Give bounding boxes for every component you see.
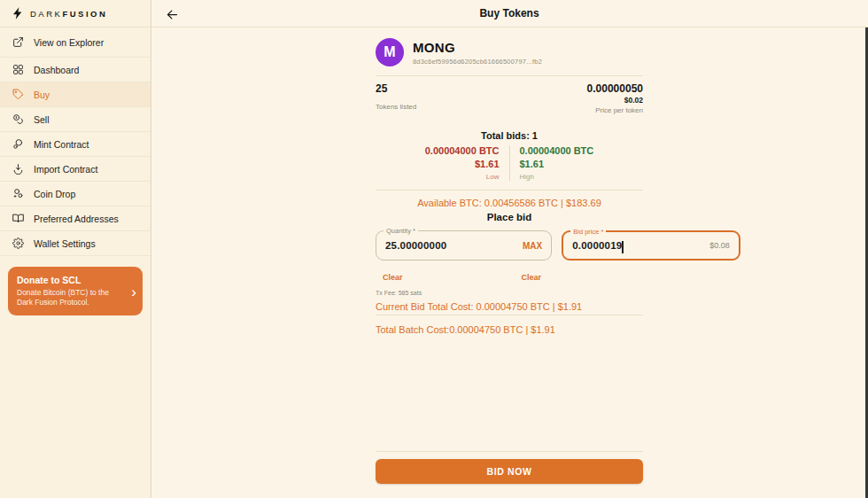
- bid-action-area: BID NOW: [376, 451, 643, 484]
- buy-tokens-panel: M MONG 8d3c6ef59956d6205cb61666500797...…: [376, 27, 643, 498]
- sidebar-item-sell[interactable]: Sell: [0, 107, 151, 132]
- token-header: M MONG 8d3c6ef59956d6205cb61666500797...…: [376, 38, 643, 66]
- total-batch-cost: Total Batch Cost:0.00004750 BTC | $1.91: [376, 324, 643, 335]
- clear-links-row: Clear Clear: [376, 268, 643, 284]
- low-bid-btc: 0.00004000 BTC: [425, 145, 500, 156]
- sidebar-item-label: Buy: [34, 89, 50, 100]
- low-bid-label: Low: [425, 173, 500, 181]
- high-bid-usd: $1.61: [520, 159, 594, 169]
- app-window: DARKFUSION Buy Tokens View on Explorer D…: [0, 0, 868, 498]
- bid-price-usd-value: $0.08: [709, 241, 730, 250]
- donate-body: Donate Bitcoin (BTC) to the Dark Fusion …: [17, 288, 123, 307]
- quantity-field-wrapper: Quantity * MAX: [376, 230, 552, 261]
- high-bid-btc: 0.00004000 BTC: [520, 145, 594, 156]
- max-button[interactable]: MAX: [523, 241, 542, 251]
- low-bid-column: 0.00004000 BTC $1.61 Low: [415, 145, 510, 181]
- sidebar-item-buy[interactable]: Buy: [0, 82, 151, 107]
- bid-now-button[interactable]: BID NOW: [376, 459, 643, 484]
- bid-price-field-wrapper: Bid price * $0.08: [562, 230, 740, 261]
- token-contract-id: 8d3c6ef59956d6205cb61666500797...fb2: [413, 58, 542, 66]
- bid-price-input[interactable]: [572, 240, 709, 251]
- donate-title: Donate to SCL: [17, 275, 123, 285]
- page-header: Buy Tokens: [151, 0, 868, 27]
- quantity-clear-button[interactable]: Clear: [383, 273, 403, 282]
- bid-form-fields: Quantity * MAX Bid price * $0.08: [376, 230, 643, 261]
- external-link-icon: [12, 35, 25, 49]
- divider: [376, 190, 643, 191]
- download-icon: [12, 162, 25, 175]
- sidebar-item-import-contract[interactable]: Import Contract: [0, 157, 151, 182]
- bid-price-clear-wrapper: Clear: [515, 268, 644, 284]
- coins-icon: [12, 113, 25, 126]
- donate-card[interactable]: Donate to SCL Donate Bitcoin (BTC) to th…: [8, 267, 143, 315]
- sidebar: View on Explorer Dashboard Buy Sell Mint…: [0, 27, 151, 498]
- bid-price-field-label: Bid price *: [570, 228, 606, 236]
- sidebar-item-label: View on Explorer: [34, 37, 104, 48]
- tokens-listed-label: Tokens listed: [376, 103, 416, 111]
- quantity-input[interactable]: [385, 240, 523, 251]
- lightning-bolt-icon: [11, 6, 25, 20]
- token-stats: 25 Tokens listed 0.00000050 $0.02 Price …: [376, 82, 643, 114]
- sidebar-item-coin-drop[interactable]: Coin Drop: [0, 182, 151, 206]
- quantity-clear-wrapper: Clear: [376, 268, 505, 284]
- dashboard-grid-icon: [12, 63, 25, 76]
- brand-word-dark: DARK: [30, 9, 62, 19]
- bid-price-clear-button[interactable]: Clear: [522, 273, 542, 282]
- place-bid-title: Place bid: [376, 212, 643, 222]
- price-per-token-label: Price per token: [587, 106, 643, 114]
- high-bid-column: 0.00004000 BTC $1.61 High: [510, 145, 604, 181]
- text-cursor: [622, 241, 624, 253]
- sidebar-item-label: Preferred Addresses: [34, 214, 119, 224]
- price-btc-value: 0.00000050: [587, 82, 643, 95]
- page-title: Buy Tokens: [479, 7, 539, 19]
- brand-word-fusion: FUSION: [62, 9, 107, 19]
- mint-coin-icon: [12, 137, 25, 151]
- price-usd-value: $0.02: [587, 96, 643, 105]
- top-bar: DARKFUSION Buy Tokens: [0, 0, 868, 27]
- available-btc-line: Available BTC: 0.00456586 BTC | $183.69: [376, 198, 643, 208]
- price-tag-icon: [12, 88, 25, 101]
- coin-drop-icon: [12, 187, 25, 200]
- tokens-listed-value: 25: [376, 82, 416, 95]
- sidebar-item-wallet-settings[interactable]: Wallet Settings: [0, 231, 151, 256]
- sidebar-item-preferred-addresses[interactable]: Preferred Addresses: [0, 206, 151, 231]
- tokens-listed-stat: 25 Tokens listed: [376, 82, 416, 114]
- chevron-right-icon: ›: [131, 284, 136, 299]
- sidebar-item-view-on-explorer[interactable]: View on Explorer: [0, 27, 151, 58]
- total-bids-title: Total bids: 1: [376, 130, 643, 141]
- tx-fee-label: Tx Fee: 585 sats: [376, 290, 643, 296]
- sidebar-item-dashboard[interactable]: Dashboard: [0, 58, 151, 82]
- quantity-field-label: Quantity *: [384, 227, 418, 235]
- price-per-token-stat: 0.00000050 $0.02 Price per token: [587, 82, 643, 114]
- brand-name: DARKFUSION: [30, 9, 107, 19]
- token-name: MONG: [413, 40, 542, 55]
- sidebar-item-label: Import Contract: [34, 164, 97, 175]
- sidebar-item-label: Wallet Settings: [34, 238, 96, 249]
- current-bid-total-cost: Current Bid Total Cost: 0.00004750 BTC |…: [376, 301, 643, 315]
- bids-range: 0.00004000 BTC $1.61 Low 0.00004000 BTC …: [376, 145, 643, 181]
- low-bid-usd: $1.61: [425, 159, 500, 169]
- sidebar-item-label: Dashboard: [34, 65, 79, 75]
- token-title-block: MONG 8d3c6ef59956d6205cb61666500797...fb…: [413, 40, 542, 66]
- sidebar-divider: [151, 0, 151, 498]
- token-avatar: M: [376, 38, 404, 66]
- high-bid-label: High: [520, 173, 594, 181]
- divider: [376, 75, 643, 76]
- brand-logo: DARKFUSION: [0, 0, 151, 27]
- sidebar-item-label: Mint Contract: [34, 139, 89, 150]
- sidebar-item-label: Coin Drop: [34, 189, 75, 199]
- sidebar-item-mint-contract[interactable]: Mint Contract: [0, 132, 151, 157]
- gear-icon: [12, 237, 25, 250]
- divider: [376, 451, 643, 452]
- back-button[interactable]: [162, 4, 182, 24]
- sidebar-item-label: Sell: [34, 114, 50, 125]
- arrow-left-icon: [166, 8, 179, 21]
- address-book-icon: [12, 212, 25, 225]
